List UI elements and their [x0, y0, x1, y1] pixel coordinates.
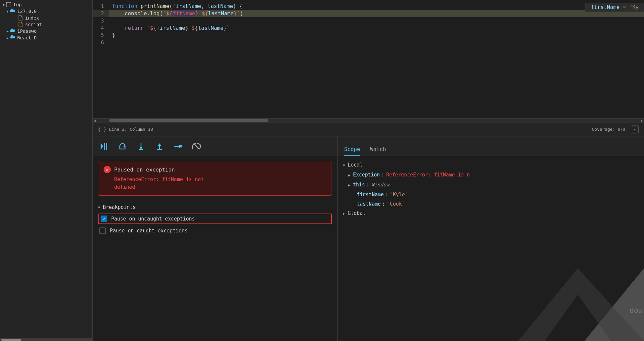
- code-line-5: 5 }: [93, 32, 644, 39]
- lastname-value: "Cook": [387, 200, 405, 208]
- status-bar: { } Line 2, Column 18 Coverage: n/a ▾: [93, 122, 644, 136]
- frame-icon: [6, 2, 11, 7]
- local-arrow-icon[interactable]: ▼: [343, 162, 345, 169]
- sidebar-item-127-label: 127.0.0.: [17, 9, 39, 14]
- step-out-button[interactable]: [154, 140, 165, 152]
- scope-local[interactable]: ▼ Local: [338, 160, 644, 170]
- svg-rect-2: [104, 143, 105, 150]
- sidebar-item-top[interactable]: ▼ top: [0, 1, 92, 8]
- global-arrow-icon[interactable]: ▶: [343, 210, 345, 218]
- cloud-icon-3: [10, 35, 15, 40]
- local-label: Local: [348, 161, 363, 169]
- arrow-icon: ▼: [7, 10, 9, 13]
- exception-title-text: Paused on exception: [114, 167, 175, 173]
- global-label: Global: [348, 210, 366, 217]
- sidebar-item-react[interactable]: ▶ React D: [0, 34, 92, 41]
- step-button[interactable]: [172, 140, 184, 152]
- chevron-down-icon: ▾: [633, 127, 636, 132]
- line-number-3: 3: [93, 17, 109, 24]
- sidebar-item-index[interactable]: index: [0, 15, 92, 21]
- line-content-1: function printName(firstName, lastName) …: [109, 3, 644, 10]
- sidebar-scroll[interactable]: ▼ top ▼ 127.0.0. index: [0, 0, 92, 338]
- exception-value: ReferenceError: fitName is n: [386, 171, 470, 178]
- scroll-left-arrow[interactable]: ◀: [93, 119, 97, 122]
- arrow-icon: ▼: [3, 3, 5, 7]
- firstname-value: "Kyle": [390, 191, 408, 198]
- line-content-5: }: [109, 32, 644, 39]
- code-line-4: 4 return `${firstName} ${lastName}`: [93, 24, 644, 32]
- svg-marker-9: [139, 147, 143, 149]
- line-number-6: 6: [93, 39, 109, 46]
- sidebar-item-1password[interactable]: ▶ 1Passwo: [0, 28, 92, 34]
- this-value: Window: [371, 181, 389, 188]
- code-line-3: 3: [93, 17, 644, 24]
- scope-firstname: firstName : "Kyle": [338, 190, 644, 199]
- debug-right-panel: Scope Watch ▼ Local: [338, 136, 644, 341]
- svg-marker-1: [101, 143, 103, 150]
- line-content-4: return `${firstName} ${lastName}`: [109, 24, 644, 32]
- sidebar-horizontal-scrollbar[interactable]: [0, 338, 92, 341]
- svg-rect-3: [106, 143, 107, 150]
- firstname-colon: :: [385, 191, 388, 198]
- this-arrow-icon[interactable]: ▶: [348, 182, 350, 189]
- line-number-1: 1: [93, 3, 109, 10]
- step-over-button[interactable]: [116, 140, 128, 152]
- error-icon: ✕: [104, 166, 111, 173]
- scope-lastname: lastName : "Cook": [338, 199, 644, 209]
- braces-icon: { }: [98, 127, 106, 132]
- lastname-colon: :: [382, 200, 385, 208]
- sidebar-item-top-label: top: [13, 2, 22, 7]
- breakpoints-arrow-icon: ▼: [98, 205, 100, 210]
- sidebar-hscroll-thumb: [1, 339, 21, 341]
- firstname-key: firstName: [357, 191, 384, 198]
- breakpoints-title[interactable]: ▼ Breakpoints: [98, 204, 332, 210]
- svg-line-17: [194, 144, 199, 149]
- exception-arrow-icon[interactable]: ▶: [348, 172, 350, 179]
- line-number-4: 4: [93, 24, 109, 32]
- scope-global[interactable]: ▶ Global: [338, 209, 644, 219]
- this-key: this: [353, 181, 365, 188]
- file-icon: [18, 15, 23, 21]
- tab-scope[interactable]: Scope: [344, 146, 360, 156]
- breakpoint-caught[interactable]: Pause on caught exceptions: [98, 225, 332, 236]
- arrow-icon: ▶: [7, 36, 9, 40]
- right-area: 1 function printName(firstName, lastName…: [93, 0, 644, 341]
- coverage-label: Coverage: n/a: [592, 127, 625, 132]
- checkbox-uncaught[interactable]: ✓: [101, 216, 107, 222]
- line-content-2: console.log(`${fitName} ${lastName}`): [109, 10, 644, 17]
- cursor-position: Line 2, Column 18: [109, 127, 592, 132]
- lastname-key: lastName: [357, 200, 381, 208]
- tab-watch[interactable]: Watch: [370, 146, 386, 156]
- arrow-icon: ▶: [7, 29, 9, 33]
- cloud-icon-2: [10, 28, 15, 34]
- line-number-2: 2: [93, 10, 109, 17]
- sidebar: ▼ top ▼ 127.0.0. index: [0, 0, 93, 341]
- exception-colon: :: [381, 171, 384, 178]
- code-line-6: 6: [93, 39, 644, 46]
- scope-tree: ▼ Local ▶ Exception : ReferenceError: fi…: [338, 156, 644, 341]
- scope-exception[interactable]: ▶ Exception : ReferenceError: fitName is…: [338, 170, 644, 180]
- exception-box: ✕ Paused on exception ReferenceError: fi…: [98, 161, 332, 196]
- checkbox-caught[interactable]: [99, 227, 106, 234]
- breakpoint-caught-label: Pause on caught exceptions: [110, 228, 188, 234]
- breakpoint-uncaught[interactable]: ✓ Pause on uncaught exceptions: [98, 214, 332, 224]
- scope-this[interactable]: ▶ this : Window: [338, 180, 644, 190]
- code-horizontal-scrollbar[interactable]: ◀ ▶: [93, 118, 644, 122]
- debug-panel: ✕ Paused on exception ReferenceError: fi…: [93, 136, 644, 341]
- svg-rect-0: [6, 2, 11, 7]
- exception-title: ✕ Paused on exception: [104, 166, 326, 173]
- this-colon: :: [366, 181, 369, 188]
- code-editor: 1 function printName(firstName, lastName…: [93, 0, 644, 122]
- coverage-dropdown-button[interactable]: ▾: [631, 125, 639, 133]
- scope-tab-label: Scope: [344, 146, 360, 152]
- deactivate-button[interactable]: [191, 140, 203, 152]
- resume-button[interactable]: [98, 140, 110, 152]
- cloud-icon: [10, 9, 15, 14]
- scroll-right-arrow[interactable]: ▶: [640, 119, 644, 122]
- code-lines: 1 function printName(firstName, lastName…: [93, 0, 644, 49]
- sidebar-item-127[interactable]: ▼ 127.0.0.: [0, 8, 92, 15]
- sidebar-item-script[interactable]: script: [0, 21, 92, 28]
- step-into-button[interactable]: [135, 140, 147, 152]
- main-area: ▼ top ▼ 127.0.0. index: [0, 0, 644, 341]
- breakpoints-title-text: Breakpoints: [103, 204, 136, 210]
